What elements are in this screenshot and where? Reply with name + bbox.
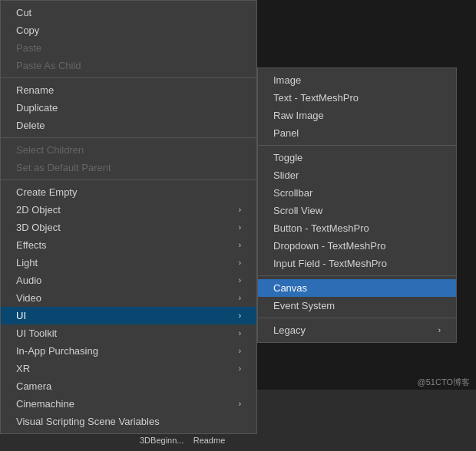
menu-item-image[interactable]: Image [258,71,456,89]
menu-item-copy[interactable]: Copy [1,21,256,39]
menu-item-delete[interactable]: Delete [1,117,256,134]
arrow-3d-object: › [239,223,241,232]
menu-item-duplicate[interactable]: Duplicate [1,99,256,117]
arrow-ui: › [239,311,241,320]
arrow-cinemachine: › [239,400,241,408]
arrow-ui-toolkit: › [239,329,241,337]
menu-item-select-children: Select Children [1,141,256,159]
arrow-legacy: › [438,326,441,334]
separator-2 [1,137,256,138]
menu-item-toggle[interactable]: Toggle [258,149,456,166]
context-menu-left: Cut Copy Paste Paste As Child Rename Dup… [0,0,257,434]
menu-item-scroll-view[interactable]: Scroll View [258,202,456,219]
menu-item-input-field-textmeshpro[interactable]: Input Field - TextMeshPro [258,255,456,272]
arrow-2d-object: › [239,206,241,214]
watermark: @51CTO博客 [418,377,470,388]
context-menu-right: Image Text - TextMeshPro Raw Image Panel… [257,67,457,343]
menu-item-raw-image[interactable]: Raw Image [258,107,456,124]
arrow-in-app-purchasing: › [239,347,241,355]
menu-item-create-empty[interactable]: Create Empty [1,183,256,201]
menu-item-audio[interactable]: Audio› [1,272,256,289]
menu-item-camera[interactable]: Camera [1,377,256,395]
arrow-audio: › [239,276,241,285]
menu-item-3d-object[interactable]: 3D Object› [1,219,256,236]
menu-item-dropdown-textmeshpro[interactable]: Dropdown - TextMeshPro [258,237,456,255]
menu-item-light[interactable]: Light› [1,254,256,272]
menu-item-panel[interactable]: Panel [258,124,456,142]
menu-item-button-textmeshpro[interactable]: Button - TextMeshPro [258,219,456,237]
menu-item-cinemachine[interactable]: Cinemachine› [1,395,256,413]
arrow-video: › [239,294,241,302]
menu-item-cut[interactable]: Cut [1,4,256,21]
menu-item-event-system[interactable]: Event System [258,297,456,314]
icon-label-readme: Readme [193,436,226,445]
menu-item-paste: Paste [1,39,256,57]
separator-right-1 [258,145,456,146]
separator-3 [1,179,256,180]
menu-item-rename[interactable]: Rename [1,81,256,99]
separator-right-3 [258,318,456,318]
menu-item-scrollbar[interactable]: Scrollbar [258,184,456,202]
menu-item-text-textmeshpro[interactable]: Text - TextMeshPro [258,89,456,107]
menu-item-legacy[interactable]: Legacy› [258,321,456,339]
arrow-effects: › [239,241,241,249]
menu-item-xr[interactable]: XR› [1,360,256,377]
arrow-light: › [239,258,241,267]
icon-label-3dbeginner: 3DBeginn... [140,436,183,445]
menu-item-paste-as-child: Paste As Child [1,57,256,74]
menu-item-video[interactable]: Video› [1,289,256,307]
menu-item-effects[interactable]: Effects› [1,236,256,254]
menu-item-ui-toolkit[interactable]: UI Toolkit› [1,324,256,342]
menu-item-ui[interactable]: UI› [1,307,256,324]
menu-item-visual-scripting[interactable]: Visual Scripting Scene Variables [1,413,256,430]
menu-item-in-app-purchasing[interactable]: In-App Purchasing› [1,342,256,360]
menu-item-2d-object[interactable]: 2D Object› [1,201,256,219]
separator-1 [1,77,256,78]
separator-right-2 [258,275,456,276]
menu-item-set-default-parent: Set as Default Parent [1,159,256,176]
menu-item-canvas[interactable]: Canvas [258,279,456,297]
menu-item-slider[interactable]: Slider [258,166,456,184]
arrow-xr: › [239,364,241,373]
